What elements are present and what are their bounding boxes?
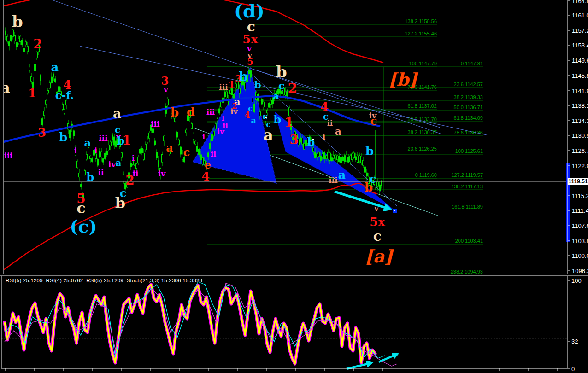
wave-label: b: [276, 63, 287, 81]
price-tick: 1130.55: [572, 132, 588, 139]
wave-label: 1: [284, 114, 294, 130]
wave-label: i: [132, 154, 135, 163]
fib-label: 100 1147.79: [409, 61, 437, 66]
wave-label: 4: [245, 110, 251, 120]
wave-label: iv: [158, 169, 166, 178]
wave-label: iii: [219, 82, 228, 92]
wave-label: b: [87, 170, 94, 184]
wave-label: b: [365, 181, 373, 194]
wave-label: c-f.: [55, 89, 74, 101]
wave-label: b: [274, 113, 282, 126]
price-tick: 1111.45: [572, 207, 588, 214]
fib-label: 138.2 1158.56: [405, 18, 437, 24]
wave-label: ii: [327, 119, 333, 128]
fib-label: 161.8 1111.89: [452, 204, 483, 210]
panel-divider[interactable]: [0, 274, 588, 276]
wave-label: 1: [228, 79, 235, 91]
chart-canvas[interactable]: 138.2 1158.56127.2 1155.46100 1147.7978.…: [0, 0, 588, 373]
fib-label: 23.6 1142.57: [454, 82, 483, 87]
wave-label: b: [115, 194, 125, 212]
price-tick: 1107.65: [572, 222, 588, 229]
fib-label: 200 1103.41: [455, 238, 483, 244]
fib-label: 0 1147.81: [461, 61, 483, 66]
osc-tick: 0: [571, 366, 575, 373]
price-tick: 1138.15: [572, 102, 588, 109]
wave-label: iv: [217, 128, 224, 136]
wave-label: v: [374, 204, 379, 213]
price-axis[interactable]: 1164.851161.051157.251153.451149.651145.…: [566, 0, 588, 373]
wave-label: iv: [230, 107, 238, 116]
wave-label: [a]: [365, 246, 394, 267]
price-tick: 1153.45: [572, 42, 588, 49]
wave-label: b: [365, 144, 374, 158]
panel-borders: [0, 0, 588, 368]
fib-label: 38.2 1130.37: [408, 129, 437, 135]
wave-label: [b]: [388, 69, 419, 90]
fib-label: 78.6 1130.36: [454, 130, 483, 135]
wave-label: i: [94, 146, 97, 155]
wave-label: ii: [211, 150, 216, 158]
wave-label: i: [74, 146, 77, 155]
wave-label: c: [370, 114, 377, 128]
current-price-badge: 1119.51: [568, 178, 588, 185]
wave-label: 5x: [370, 215, 385, 229]
wave-label: a: [273, 91, 279, 102]
oscillator-arrow[interactable]: [379, 354, 397, 362]
wave-label: a: [51, 60, 59, 74]
wave-label: a: [113, 106, 121, 121]
wave-label: 5: [247, 56, 253, 67]
wave-label: iii: [206, 108, 215, 117]
wave-label: c: [373, 228, 382, 244]
fib-label: 23.6 1126.25: [408, 146, 437, 152]
moving-averages: [0, 0, 383, 270]
wave-label: c: [263, 111, 268, 121]
wave-label: b: [171, 105, 179, 119]
wave-label: iii: [329, 175, 338, 185]
wave-label: 1: [122, 133, 131, 148]
wave-label: c: [76, 199, 85, 217]
wave-label: 4: [201, 169, 210, 183]
price-tick: 1141.95: [572, 87, 588, 94]
wave-label: a: [251, 116, 256, 125]
fib-label: 100 1125.61: [455, 148, 483, 154]
price-tick: 1161.05: [572, 12, 588, 19]
wave-label: a: [166, 141, 173, 154]
indicator-readout: RSI(5) 25.1209 RSI(4) 25.0762 RSI(5) 25.…: [6, 278, 202, 283]
price-tick: 1126.75: [572, 147, 588, 154]
wave-label: 2: [288, 80, 298, 96]
wave-label: a: [338, 168, 346, 182]
fib-label: 127.2 1155.46: [405, 31, 437, 36]
main-chart-area[interactable]: 138.2 1158.56127.2 1155.46100 1147.7978.…: [0, 0, 568, 275]
wave-label: 1: [28, 86, 36, 100]
wave-label: a: [335, 125, 341, 137]
wave-label: b: [239, 69, 248, 84]
fib-label: 50.0 1136.71: [454, 105, 483, 110]
wave-label: c: [183, 146, 190, 159]
fib-label: 127.2 1119.57: [451, 172, 483, 178]
wave-label: a: [84, 136, 91, 149]
wave-label: b: [12, 12, 23, 31]
oscillator-arrow[interactable]: [347, 363, 371, 369]
wave-label: b: [254, 79, 261, 91]
wave-label: a: [116, 157, 122, 169]
stoch-signal-line: [5, 285, 375, 364]
wave-label: iii: [99, 134, 108, 143]
time-axis[interactable]: [6, 368, 557, 371]
price-tick: 1149.65: [572, 57, 588, 64]
fib-label: 0 1119.60: [415, 172, 437, 178]
price-tick: 1103.85: [572, 238, 588, 245]
wave-label: v: [163, 85, 168, 94]
oscillator-panel[interactable]: [1, 282, 568, 369]
wave-label: 2: [33, 36, 42, 52]
wave-label: 2: [125, 173, 134, 188]
wave-label: 3: [38, 126, 46, 140]
wave-label: c: [278, 80, 284, 92]
fib-label: 138.2 1117.13: [451, 184, 483, 189]
price-tick: 1115.25: [572, 192, 588, 199]
trading-chart-window: 138.2 1158.56127.2 1155.46100 1147.7978.…: [0, 0, 588, 373]
wave-label: b: [59, 130, 67, 144]
price-tick: 1157.25: [572, 27, 588, 34]
price-tick: 1145.85: [572, 72, 588, 79]
wave-label: i: [202, 133, 205, 141]
price-tick: 1134.35: [572, 117, 588, 124]
